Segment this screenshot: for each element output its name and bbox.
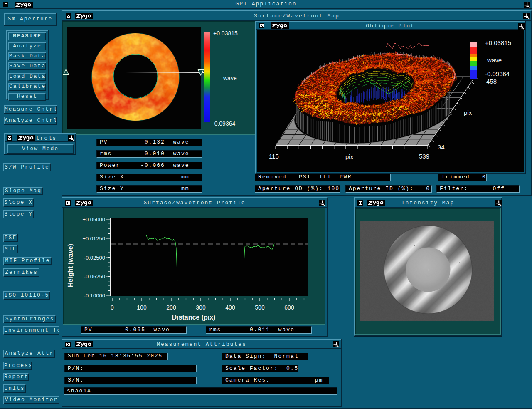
svg-text:539: 539 xyxy=(419,153,429,160)
svg-text:Height (wave): Height (wave) xyxy=(67,244,74,287)
svg-text:+0.05000: +0.05000 xyxy=(82,216,105,223)
svg-text:-0.06250: -0.06250 xyxy=(84,273,105,280)
svg-text:Distance (pix): Distance (pix) xyxy=(172,314,216,321)
svg-text:+0.03815: +0.03815 xyxy=(213,30,238,37)
svg-text:400: 400 xyxy=(225,304,235,311)
svg-text:-0.09364: -0.09364 xyxy=(485,70,510,77)
svg-text:wave: wave xyxy=(487,57,502,64)
svg-text:wave: wave xyxy=(223,75,237,82)
svg-text:500: 500 xyxy=(255,304,265,311)
svg-text:458: 458 xyxy=(486,78,497,85)
svg-text:600: 600 xyxy=(284,304,294,311)
svg-text:pix: pix xyxy=(464,109,472,116)
svg-text:+0.01250: +0.01250 xyxy=(82,235,105,242)
svg-text:-0.10000: -0.10000 xyxy=(84,292,105,299)
svg-text:300: 300 xyxy=(196,304,206,311)
svg-text:0: 0 xyxy=(111,304,114,311)
svg-text:pix: pix xyxy=(345,153,354,160)
svg-text:-0.09364: -0.09364 xyxy=(212,120,235,127)
svg-text:100: 100 xyxy=(137,304,147,311)
svg-text:115: 115 xyxy=(269,153,279,160)
svg-text:34: 34 xyxy=(438,144,445,151)
svg-text:200: 200 xyxy=(166,304,176,311)
svg-text:+0.03815: +0.03815 xyxy=(485,39,511,46)
svg-text:-0.02500: -0.02500 xyxy=(84,255,105,261)
